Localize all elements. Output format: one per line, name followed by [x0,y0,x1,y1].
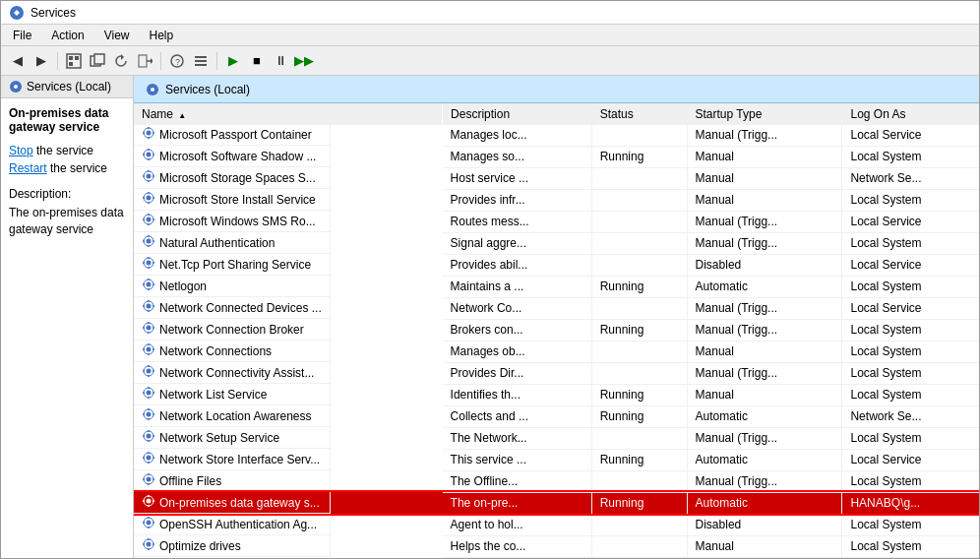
row-logon: Local System [842,319,979,341]
row-logon: Local System [842,427,979,449]
svg-point-81 [147,326,152,331]
export-button[interactable] [134,50,155,72]
row-description: This service ... [443,449,592,470]
svg-point-42 [143,175,145,177]
svg-rect-2 [69,56,73,60]
svg-rect-8 [139,55,147,67]
svg-rect-6 [94,54,104,64]
back-button[interactable]: ◀ [7,50,29,72]
table-row[interactable]: On-premises data gateway s...The on-pre.… [134,492,979,514]
row-startup: Automatic [687,449,842,470]
help-button[interactable]: ? [166,50,188,72]
table-row[interactable]: NetlogonMaintains a ...RunningAutomaticL… [134,276,979,297]
table-row[interactable]: Microsoft Passport ContainerManages loc.… [134,124,979,146]
row-status: Running [591,405,687,427]
svg-rect-15 [195,64,207,66]
svg-point-139 [153,522,154,524]
svg-point-118 [148,452,150,454]
row-name: Offline Files [134,470,331,492]
menu-file[interactable]: File [5,27,39,44]
table-row[interactable]: Microsoft Store Install ServiceProvides … [134,189,979,211]
svg-point-138 [143,522,145,524]
svg-point-45 [147,196,152,201]
table-row[interactable]: OpenSSH Authentication Ag...Agent to hol… [134,514,979,535]
row-description: Provides infr... [443,189,592,211]
svg-point-144 [143,543,145,545]
table-row[interactable]: Network Store Interface Serv...This serv… [134,449,979,470]
services-table[interactable]: Name ▲ Description Status Startup Type L… [134,103,979,558]
row-status [591,427,687,449]
svg-marker-10 [151,58,153,64]
table-row[interactable]: Network Connectivity Assist...Provides D… [134,362,979,384]
svg-point-58 [148,235,150,237]
row-name: On-premises data gateway s... [134,492,331,514]
service-icon [142,386,155,403]
restart-service-link[interactable]: Restart the service [9,161,125,175]
table-row[interactable]: Optimize drivesHelps the co...ManualLoca… [134,535,979,557]
stop-button[interactable]: ■ [246,50,268,72]
table-row[interactable]: Network Connection BrokerBrokers con...R… [134,319,979,341]
table-row[interactable]: Network Setup ServiceThe Network...Manua… [134,427,979,449]
new-window-button[interactable] [87,50,108,72]
svg-point-145 [153,543,154,545]
row-status: Running [591,384,687,405]
svg-point-95 [148,375,150,377]
svg-point-67 [153,262,154,264]
row-name-text: Optimize drives [159,539,241,553]
svg-point-46 [148,192,150,194]
menu-action[interactable]: Action [43,27,92,44]
stop-service-link[interactable]: Stop the service [9,144,125,157]
table-row[interactable]: Network ConnectionsManages ob...ManualLo… [134,341,979,362]
menu-view[interactable]: View [96,27,138,44]
col-logon[interactable]: Log On As [842,103,979,126]
row-name-text: Natural Authentication [159,236,275,250]
svg-point-129 [147,499,152,504]
svg-point-120 [143,457,145,459]
svg-point-94 [148,365,150,367]
row-name: Network Store Interface Serv... [134,449,331,470]
svg-point-107 [148,418,150,420]
row-logon: Local Service [842,449,979,470]
main-window: Services File Action View Help ◀ ▶ ? [0,0,980,559]
row-description: Manages ob... [443,341,592,362]
row-name: Microsoft Storage Spaces S... [134,167,331,189]
table-row[interactable]: Microsoft Storage Spaces S...Host servic… [134,167,979,189]
table-row[interactable]: Natural AuthenticationSignal aggre...Man… [134,232,979,254]
row-status [591,297,687,319]
table-row[interactable]: Net.Tcp Port Sharing ServiceProvides abi… [134,254,979,276]
row-description: Identifies th... [443,384,592,405]
table-row[interactable]: Network List ServiceIdentifies th...Runn… [134,384,979,405]
left-panel-content: On-premises data gateway service Stop th… [1,98,133,246]
play-button[interactable]: ▶ [222,50,244,72]
row-name: Network Connections [134,341,331,362]
svg-point-49 [153,197,154,199]
row-name-text: Microsoft Windows SMS Ro... [159,215,316,228]
refresh-button[interactable] [110,50,132,72]
table-row[interactable]: Microsoft Software Shadow ...Manages so.… [134,146,979,167]
properties-button[interactable] [190,50,212,72]
col-description[interactable]: Description [443,103,592,126]
toolbar-sep-3 [216,52,217,70]
row-startup: Manual [687,341,842,362]
resume-button[interactable]: ▶▶ [293,50,315,72]
col-startup[interactable]: Startup Type [687,103,842,126]
svg-point-17 [14,85,18,89]
table-row[interactable]: Network Location AwarenessCollects and .… [134,405,979,427]
right-panel: Services (Local) Name ▲ Description Stat… [134,76,979,558]
row-name: Network Connected Devices ... [134,297,331,319]
svg-point-31 [153,132,154,134]
col-name[interactable]: Name ▲ [134,103,443,126]
row-name: Microsoft Store Install Service [134,189,331,211]
row-status [591,124,687,146]
table-row[interactable]: Offline FilesThe Offline...Manual (Trigg… [134,470,979,492]
table-row[interactable]: Microsoft Windows SMS Ro...Routes mess..… [134,211,979,232]
menu-help[interactable]: Help [142,27,182,44]
row-name: Optimize drives [134,535,331,557]
pause-button[interactable]: ⏸ [270,50,291,72]
svg-point-102 [143,392,145,394]
show-console-button[interactable] [63,50,85,72]
col-status[interactable]: Status [591,103,687,126]
table-row[interactable]: Network Connected Devices ...Network Co.… [134,297,979,319]
forward-button[interactable]: ▶ [31,50,52,72]
svg-point-36 [143,154,145,155]
